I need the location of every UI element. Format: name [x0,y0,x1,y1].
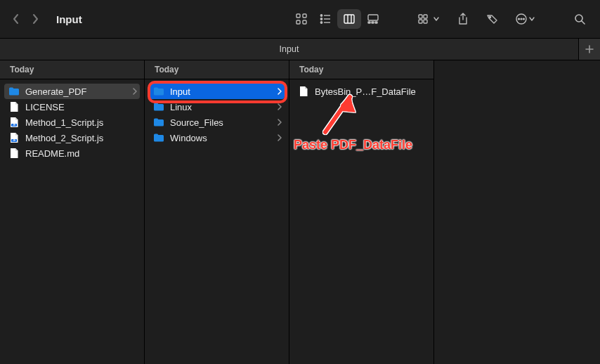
view-gallery-button[interactable] [361,9,385,29]
file-item[interactable]: README.md [4,145,140,161]
file-item[interactable]: LICENSE [4,99,140,115]
folder-item[interactable]: Input [149,84,285,99]
view-switcher [289,9,385,29]
folder-icon [153,86,164,97]
view-list-button[interactable] [313,9,337,29]
chevron-right-icon [278,103,282,110]
svg-point-6 [320,22,322,23]
column-browser: TodayGenerate_PDFLICENSEJSMethod_1_Scrip… [0,60,600,364]
svg-rect-13 [368,15,378,20]
svg-text:JS: JS [13,124,16,126]
svg-point-24 [521,18,522,20]
tab-label: Input [280,44,299,54]
folder-item[interactable]: Generate_PDF [4,84,140,99]
group-by-button[interactable] [413,9,444,29]
item-label: Method_1_Script.js [25,117,137,128]
svg-rect-10 [344,15,354,23]
svg-rect-14 [368,22,370,23]
nav-forward-icon[interactable] [30,13,41,25]
folder-item[interactable]: Source_Files [149,115,285,130]
svg-rect-3 [303,20,306,24]
item-label: Windows [170,133,272,143]
folder-icon [153,117,164,128]
svg-text:JS: JS [13,139,16,142]
folder-item[interactable]: Windows [149,130,285,145]
svg-rect-1 [303,14,306,18]
svg-point-23 [519,18,520,20]
document-icon [8,101,20,112]
new-tab-button[interactable] [578,39,600,60]
svg-point-25 [523,18,525,20]
plus-icon [585,45,594,53]
file-item[interactable]: BytesBin_P…F_DataFile [294,84,429,99]
chevron-right-icon [278,88,282,95]
item-label: BytesBin_P…F_DataFile [315,86,426,97]
folder-icon [8,86,20,97]
search-button[interactable] [569,9,590,29]
column-header: Today [145,60,289,79]
column-empty [434,60,600,364]
window-title: Input [56,13,82,25]
svg-rect-17 [419,15,422,18]
document-icon [8,148,20,159]
item-label: Source_Files [170,117,272,128]
document-icon [298,86,309,97]
folder-item[interactable]: Linux [149,99,285,115]
item-label: Method_2_Script.js [25,133,137,143]
view-columns-button[interactable] [337,9,361,29]
svg-rect-16 [375,22,377,23]
svg-rect-2 [296,20,300,24]
svg-rect-20 [424,20,427,23]
share-button[interactable] [452,9,474,29]
chevron-right-icon [278,119,282,126]
column-0: TodayGenerate_PDFLICENSEJSMethod_1_Scrip… [0,60,145,364]
svg-rect-18 [419,20,422,23]
view-icons-button[interactable] [289,9,313,29]
svg-point-4 [320,15,322,16]
item-label: Input [170,86,272,97]
column-body[interactable]: Generate_PDFLICENSEJSMethod_1_Script.jsJ… [0,79,144,364]
tab-bar: Input [0,38,600,60]
tags-button[interactable] [482,9,503,29]
nav-arrows [10,13,41,25]
svg-rect-0 [296,14,300,18]
nav-back-icon[interactable] [10,13,21,25]
actions-button[interactable] [511,9,538,29]
column-body[interactable]: InputLinuxSource_FilesWindows [145,79,289,364]
folder-icon [153,101,164,112]
tab-input[interactable]: Input [0,39,578,60]
item-label: Linux [170,102,272,112]
svg-rect-15 [372,22,374,23]
file-item[interactable]: JSMethod_1_Script.js [4,115,140,130]
item-label: README.md [25,148,137,159]
column-1: TodayInputLinuxSource_FilesWindows [145,60,289,364]
item-label: Generate_PDF [25,86,127,97]
file-item[interactable]: JSMethod_2_Script.js [4,130,140,145]
js-file-icon: JS [8,117,20,128]
svg-rect-19 [424,15,427,18]
svg-point-21 [490,17,491,18]
toolbar: Input [0,0,600,38]
js-file-icon: JS [8,132,20,143]
folder-icon [153,132,164,143]
chevron-right-icon [278,134,282,141]
column-body[interactable]: BytesBin_P…F_DataFile [289,79,433,364]
column-header: Today [0,60,144,79]
chevron-right-icon [133,88,137,95]
svg-point-5 [320,18,322,20]
column-header: Today [289,60,433,79]
column-2: TodayBytesBin_P…F_DataFile [289,60,434,364]
item-label: LICENSE [25,102,137,112]
svg-line-27 [582,21,585,24]
